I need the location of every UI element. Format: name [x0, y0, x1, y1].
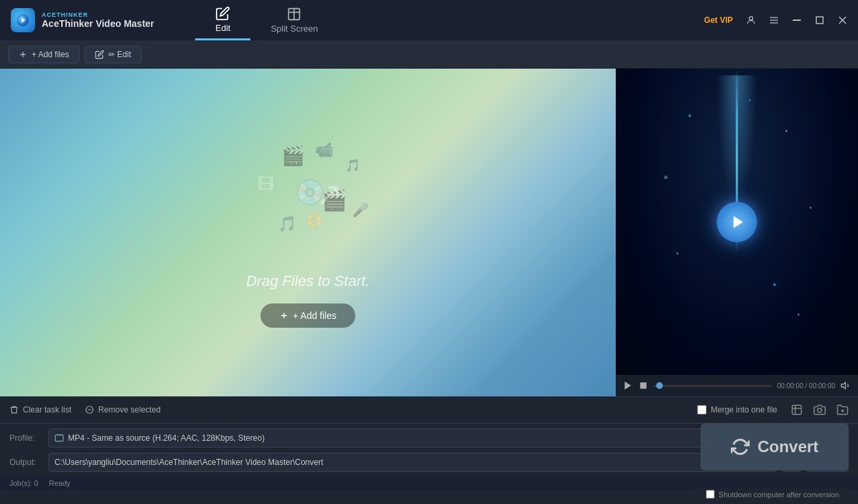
add-files-label: + Add files: [32, 50, 69, 59]
progress-bar[interactable]: [653, 385, 772, 387]
clear-task-label: Clear task list: [23, 405, 71, 415]
drop-icons: 🎬 📹 🎵 🎞 💿 🎬 🎤 🎵 📀 ↗: [241, 138, 376, 259]
app-logo-area: ACETHINKER AceThinker Video Master: [0, 8, 195, 32]
preview-panel: 00:00:00 / 00:00:00: [616, 69, 858, 396]
svg-rect-19: [640, 382, 646, 388]
remove-selected-button[interactable]: Remove selected: [85, 405, 161, 415]
volume-button[interactable]: [841, 380, 851, 391]
add-files-button[interactable]: + Add files: [8, 46, 79, 63]
svg-marker-17: [734, 216, 743, 228]
title-bar: ACETHINKER AceThinker Video Master Edit …: [0, 0, 858, 40]
edit-label: ✏ Edit: [108, 50, 131, 59]
jobs-status: Job(s): 0: [9, 479, 38, 487]
output-path-input[interactable]: [48, 453, 777, 472]
svg-marker-18: [624, 382, 631, 390]
add-files-center-label: + Add files: [293, 310, 336, 321]
minimize-button[interactable]: [787, 10, 807, 30]
app-icon: [11, 8, 35, 32]
tab-split-screen[interactable]: Split Screen: [250, 0, 338, 40]
light-glow: [717, 75, 757, 210]
convert-button[interactable]: Convert: [701, 423, 849, 470]
app-title: AceThinker Video Master: [42, 18, 154, 29]
preview-play-button[interactable]: [717, 202, 757, 242]
convert-label: Convert: [758, 437, 819, 456]
bottom-icons-right: [791, 404, 849, 416]
close-button[interactable]: [832, 10, 853, 30]
svg-rect-28: [55, 435, 63, 441]
nav-tabs: Edit Split Screen: [195, 0, 699, 40]
get-vip-button[interactable]: Get VIP: [699, 13, 738, 28]
tab-split-screen-label: Split Screen: [271, 24, 318, 34]
ready-status: Ready: [49, 479, 71, 487]
resize-icon-button[interactable]: [791, 404, 803, 416]
remove-selected-label: Remove selected: [98, 405, 161, 415]
edit-button[interactable]: ✏ Edit: [85, 46, 141, 63]
particle: [688, 114, 691, 117]
merge-checkbox[interactable]: [697, 405, 707, 415]
svg-marker-20: [841, 382, 845, 388]
maximize-button[interactable]: [810, 10, 830, 30]
particle: [810, 207, 812, 209]
drop-zone[interactable]: 🎬 📹 🎵 🎞 💿 🎬 🎤 🎵 📀 ↗ Drag Files to Start.…: [0, 69, 616, 396]
profile-input[interactable]: MP4 - Same as source (H.264; AAC, 128Kbp…: [48, 429, 767, 447]
add-files-center-button[interactable]: + Add files: [260, 303, 355, 328]
merge-checkbox-area: Merge into one file: [697, 405, 777, 415]
merge-label[interactable]: Merge into one file: [711, 405, 777, 415]
particle: [749, 100, 750, 101]
profile-label: Profile:: [9, 433, 43, 443]
app-brand: ACETHINKER: [42, 11, 154, 18]
folder-icon-button[interactable]: [836, 404, 849, 416]
app-name-area: ACETHINKER AceThinker Video Master: [42, 11, 154, 29]
particle: [785, 130, 787, 132]
particle: [676, 252, 678, 254]
main-content: 🎬 📹 🎵 🎞 💿 🎬 🎤 🎵 📀 ↗ Drag Files to Start.…: [0, 69, 858, 396]
stop-button[interactable]: [639, 381, 648, 390]
progress-dot: [656, 382, 663, 389]
screenshot-icon-button[interactable]: [814, 404, 826, 416]
video-preview: [616, 69, 858, 375]
svg-point-25: [818, 408, 822, 412]
tab-edit-label: Edit: [215, 23, 230, 33]
account-icon[interactable]: [741, 10, 761, 30]
output-label: Output:: [9, 458, 43, 467]
title-bar-right: Get VIP: [699, 10, 858, 30]
tab-edit[interactable]: Edit: [195, 0, 250, 40]
clear-task-button[interactable]: Clear task list: [9, 405, 71, 415]
svg-rect-24: [792, 405, 801, 415]
bottom-bar: Clear task list Remove selected Merge in…: [0, 396, 858, 423]
svg-rect-10: [816, 17, 823, 24]
shutdown-checkbox-area: Shutdown computer after conversion: [696, 489, 849, 501]
drag-text: Drag Files to Start.: [246, 273, 369, 290]
menu-icon[interactable]: [764, 10, 784, 30]
player-controls: 00:00:00 / 00:00:00: [616, 375, 858, 396]
particle: [664, 176, 668, 179]
profile-value: MP4 - Same as source (H.264; AAC, 128Kbp…: [68, 433, 761, 443]
svg-point-5: [749, 17, 752, 20]
output-convert-area: Profile: MP4 - Same as source (H.264; AA…: [0, 423, 858, 476]
particle: [797, 314, 799, 316]
toolbar: + Add files ✏ Edit: [0, 40, 858, 69]
particle: [773, 283, 776, 286]
svg-rect-9: [793, 20, 801, 21]
shutdown-checkbox[interactable]: [706, 490, 715, 499]
shutdown-label: Shutdown computer after conversion: [719, 491, 839, 499]
play-pause-button[interactable]: [622, 380, 633, 391]
time-display: 00:00:00 / 00:00:00: [777, 382, 835, 390]
